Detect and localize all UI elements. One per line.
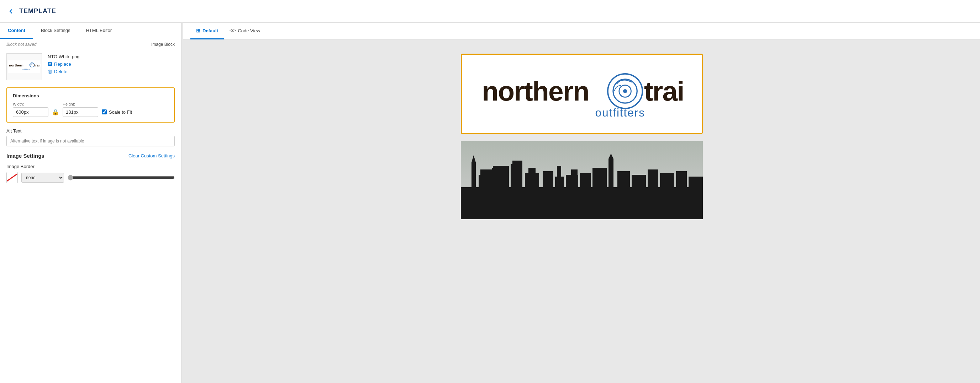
scale-to-fit[interactable]: Scale to Fit [102, 109, 132, 115]
svg-text:trail: trail [34, 63, 40, 67]
height-input[interactable] [63, 107, 98, 117]
back-button[interactable] [7, 8, 15, 15]
delete-icon: 🗑 [48, 69, 52, 74]
height-label: Height: [63, 102, 98, 106]
svg-text:trail: trail [644, 76, 685, 106]
border-color-swatch[interactable] [6, 172, 18, 183]
dimensions-label: Dimensions [13, 93, 168, 98]
svg-rect-27 [542, 171, 553, 187]
svg-rect-37 [632, 175, 646, 187]
svg-point-12 [623, 89, 627, 93]
svg-rect-40 [676, 171, 687, 187]
border-row: none solid dashed [6, 172, 175, 183]
delete-action[interactable]: 🗑 Delete [48, 69, 80, 74]
nto-logo-svg: northern trail outfitters [479, 65, 685, 122]
left-panel: Content Block Settings HTML Editor Block… [0, 23, 181, 383]
dimensions-row: Width: 🔒 Height: Scale to Fit [13, 102, 168, 117]
scale-label: Scale to Fit [109, 109, 132, 115]
image-row: northern trail outfitters NTO White.png … [6, 53, 175, 80]
tab-block-settings[interactable]: Block Settings [33, 23, 78, 39]
svg-rect-36 [617, 171, 630, 187]
svg-rect-17 [471, 162, 476, 187]
tab-content[interactable]: Content [0, 23, 33, 39]
tab-default[interactable]: ⊞ Default [190, 23, 224, 40]
top-bar: TEMPLATE [0, 0, 980, 23]
panel-content: northern trail outfitters NTO White.png … [0, 48, 181, 383]
block-not-saved: Block not saved [6, 42, 37, 47]
height-field: Height: [63, 102, 98, 117]
svg-text:northern: northern [9, 63, 24, 67]
image-settings-row: Image Settings Clear Custom Settings [6, 153, 175, 159]
skyline-svg [461, 141, 703, 219]
right-panel: ⊞ Default </> Code View northern [183, 23, 980, 383]
image-info: NTO White.png 🖼 Replace 🗑 Delete [48, 53, 80, 74]
svg-rect-16 [461, 187, 703, 219]
image-block-label: Image Block [151, 42, 175, 47]
svg-rect-22 [492, 168, 496, 187]
replace-action[interactable]: 🖼 Replace [48, 62, 80, 67]
lock-icon: 🔒 [52, 109, 59, 116]
svg-point-4 [31, 64, 32, 65]
delete-label: Delete [54, 69, 68, 74]
default-tab-label: Default [202, 28, 218, 33]
image-thumbnail: northern trail outfitters [6, 53, 42, 80]
tab-code-view[interactable]: </> Code View [224, 23, 266, 40]
svg-rect-24 [511, 164, 514, 187]
image-border-label: Image Border [6, 164, 175, 169]
svg-text:outfitters: outfitters [595, 106, 645, 119]
city-skyline-card [461, 141, 703, 219]
nto-logo-card: northern trail outfitters [461, 54, 703, 134]
svg-rect-32 [580, 173, 591, 187]
main-layout: Content Block Settings HTML Editor Block… [0, 23, 980, 383]
width-input[interactable] [13, 107, 48, 117]
svg-rect-29 [557, 166, 561, 187]
block-header: Block not saved Image Block [0, 39, 181, 48]
border-style-select[interactable]: none solid dashed [21, 173, 64, 183]
svg-text:outfitters: outfitters [22, 68, 30, 70]
dimensions-box: Dimensions Width: 🔒 Height: Scale to Fit [6, 87, 175, 123]
replace-icon: 🖼 [48, 62, 52, 67]
tab-html-editor[interactable]: HTML Editor [78, 23, 119, 39]
svg-rect-20 [479, 175, 484, 187]
alt-text-input[interactable] [6, 136, 175, 146]
svg-rect-39 [660, 173, 675, 187]
svg-rect-34 [608, 159, 614, 187]
svg-rect-33 [592, 168, 607, 187]
code-view-label: Code View [238, 28, 260, 33]
svg-rect-41 [689, 177, 703, 187]
replace-label: Replace [54, 62, 71, 67]
preview-area: northern trail outfitters [183, 40, 980, 383]
width-field: Width: [13, 102, 48, 117]
left-panel-tabs: Content Block Settings HTML Editor [0, 23, 181, 39]
svg-rect-31 [571, 169, 578, 187]
width-label: Width: [13, 102, 48, 106]
clear-custom-settings-link[interactable]: Clear Custom Settings [129, 153, 175, 158]
svg-rect-26 [528, 168, 536, 187]
page-title: TEMPLATE [19, 8, 56, 15]
border-width-slider[interactable] [68, 175, 175, 180]
svg-text:northern: northern [482, 76, 589, 106]
code-view-icon: </> [229, 28, 235, 33]
image-settings-title: Image Settings [6, 153, 45, 159]
image-filename: NTO White.png [48, 54, 80, 59]
default-tab-icon: ⊞ [196, 28, 200, 33]
svg-rect-38 [648, 169, 658, 187]
alt-text-section-label: Alt Text [6, 128, 175, 134]
nto-thumbnail-svg: northern trail outfitters [8, 56, 40, 78]
scale-checkbox[interactable] [102, 109, 107, 114]
right-panel-tabs: ⊞ Default </> Code View [183, 23, 980, 40]
